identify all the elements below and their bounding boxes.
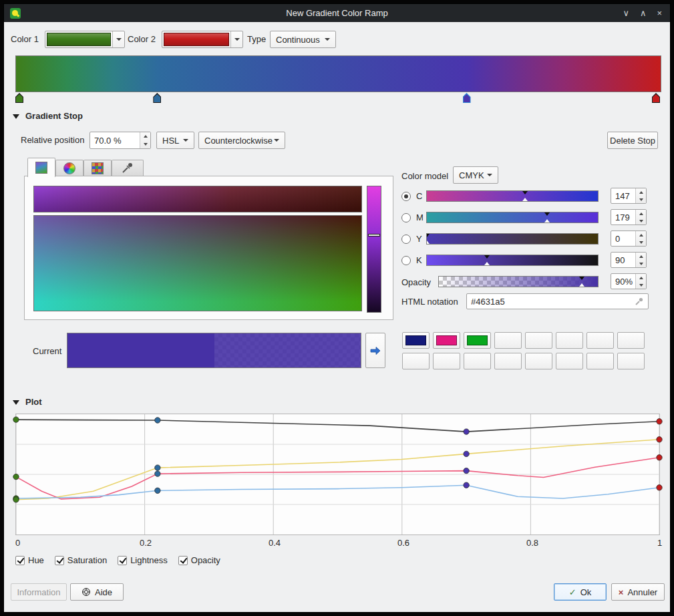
swatch-button[interactable] [464, 353, 491, 369]
direction-combo[interactable]: Counterclockwise [198, 132, 285, 149]
channel-y-spinbox[interactable]: 0 [611, 230, 647, 247]
checkbox-icon[interactable] [178, 556, 188, 565]
plot-stop-dot[interactable] [155, 465, 160, 470]
swatch-button[interactable] [586, 353, 614, 369]
color2-dropdown-icon[interactable] [230, 31, 242, 47]
shade-box[interactable] [33, 215, 362, 311]
spin-down-icon[interactable] [636, 217, 646, 224]
spin-down-icon[interactable] [636, 260, 646, 267]
spin-up-icon[interactable] [636, 253, 646, 260]
channel-k-slider[interactable] [426, 255, 599, 266]
stop-marker[interactable] [153, 93, 161, 103]
plot-stop-dot[interactable] [657, 485, 662, 490]
spin-down-icon[interactable] [140, 140, 150, 148]
opacity-spinbox[interactable]: 90% [611, 273, 647, 289]
spin-down-icon[interactable] [636, 281, 646, 289]
color2-button[interactable] [162, 31, 243, 48]
plot-stop-dot[interactable] [13, 497, 19, 502]
channel-c-radio[interactable] [401, 192, 411, 201]
plot-stop-dot[interactable] [155, 418, 160, 423]
channel-c-spinbox[interactable]: 147 [611, 188, 647, 204]
channel-m-spinbox[interactable]: 179 [611, 209, 647, 225]
stop-marker-selected[interactable] [463, 93, 471, 103]
stop-marker[interactable] [652, 93, 660, 103]
channel-m-slider[interactable] [426, 212, 599, 223]
checkbox-icon[interactable] [118, 556, 127, 565]
swatch-button[interactable] [464, 332, 491, 349]
channel-m-radio[interactable] [401, 213, 411, 222]
color-model-combo[interactable]: CMYK [453, 166, 498, 184]
information-button[interactable]: Information [11, 583, 67, 601]
plot-stop-dot[interactable] [464, 451, 469, 456]
plot-stop-dot[interactable] [155, 488, 160, 493]
swatch-button[interactable] [617, 353, 645, 369]
channel-k-spinbox[interactable]: 90 [611, 252, 647, 268]
html-notation-input[interactable] [467, 297, 635, 307]
swatch-button[interactable] [556, 332, 583, 349]
checkbox-icon[interactable] [15, 556, 25, 565]
spin-down-icon[interactable] [636, 196, 646, 203]
tab-color-wheel[interactable] [55, 160, 83, 176]
tab-color-sampler[interactable] [112, 160, 144, 176]
relative-position-value[interactable]: 70.0 % [90, 132, 140, 148]
swatch-button[interactable] [402, 332, 430, 349]
plot-stop-dot[interactable] [657, 419, 662, 424]
swatch-button[interactable] [525, 353, 552, 369]
plot-stop-dot[interactable] [13, 474, 19, 479]
checkbox-icon[interactable] [55, 556, 64, 565]
spin-up-icon[interactable] [140, 132, 150, 140]
plot-stop-dot[interactable] [13, 417, 19, 422]
plot-stop-dot[interactable] [657, 455, 662, 460]
channel-k-radio[interactable] [401, 256, 411, 265]
color1-dropdown-icon[interactable] [112, 31, 124, 47]
hue-checkbox[interactable]: Hue [15, 555, 44, 565]
channel-c-slider[interactable] [426, 190, 599, 202]
cancel-button[interactable]: × Annuler [611, 583, 665, 601]
delete-stop-button[interactable]: Delete Stop [607, 132, 658, 149]
plot-stop-dot[interactable] [155, 471, 160, 476]
color1-button[interactable] [45, 31, 125, 48]
tab-swatches[interactable] [83, 160, 112, 176]
hue-strip[interactable] [33, 186, 362, 212]
html-notation-dropper-icon[interactable] [635, 297, 648, 306]
spin-arrows[interactable] [140, 132, 150, 148]
type-combo[interactable]: Continuous [270, 31, 336, 48]
spin-up-icon[interactable] [636, 210, 646, 217]
close-window-icon[interactable]: × [657, 4, 662, 22]
channel-y-radio[interactable] [401, 235, 411, 244]
swatch-button[interactable] [494, 332, 522, 349]
saturation-checkbox[interactable]: Saturation [55, 555, 107, 565]
maximize-window-icon[interactable]: ∧ [640, 4, 647, 22]
channel-y-slider[interactable] [426, 233, 599, 245]
opacity-slider[interactable] [438, 276, 599, 287]
shade-window-icon[interactable]: ∨ [623, 4, 629, 22]
lightness-checkbox[interactable]: Lightness [118, 555, 168, 565]
value-bar[interactable] [367, 186, 381, 313]
swatch-button[interactable] [525, 332, 552, 349]
plot-stop-dot[interactable] [657, 437, 662, 442]
ok-button[interactable]: ✓ Ok [554, 583, 607, 601]
stop-marker[interactable] [15, 93, 23, 103]
swatch-button[interactable] [433, 353, 460, 369]
swatch-button[interactable] [494, 353, 522, 369]
collapse-arrow-icon[interactable] [13, 114, 19, 119]
help-button[interactable]: Aide [70, 583, 124, 601]
color-spec-combo[interactable]: HSL [156, 132, 194, 149]
spin-up-icon[interactable] [636, 274, 646, 281]
collapse-arrow-icon[interactable] [13, 400, 19, 405]
plot-stop-dot[interactable] [464, 429, 469, 434]
spin-down-icon[interactable] [636, 239, 646, 246]
tab-color-box[interactable] [27, 158, 55, 177]
plot-stop-dot[interactable] [464, 482, 469, 488]
add-to-swatches-button[interactable] [365, 333, 385, 368]
spin-up-icon[interactable] [636, 188, 646, 196]
opacity-checkbox[interactable]: Opacity [178, 555, 220, 565]
value-bar-handle[interactable] [368, 234, 380, 237]
swatch-button[interactable] [556, 353, 583, 369]
titlebar[interactable]: New Gradient Color Ramp ∨ ∧ × [4, 4, 670, 22]
swatch-button[interactable] [617, 332, 645, 349]
swatch-button[interactable] [586, 332, 614, 349]
swatch-button[interactable] [402, 353, 430, 369]
spin-up-icon[interactable] [636, 231, 646, 239]
relative-position-spinbox[interactable]: 70.0 % [90, 132, 151, 149]
